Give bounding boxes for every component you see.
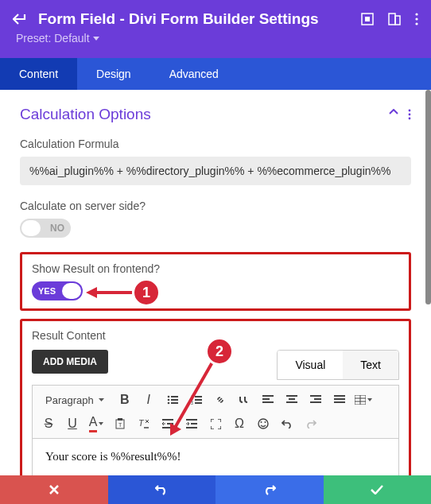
undo-footer-button[interactable] — [108, 475, 216, 504]
svg-point-6 — [415, 22, 417, 25]
callout-2: 2 — [205, 337, 234, 366]
svg-point-4 — [415, 13, 417, 15]
section-title[interactable]: Calculation Options — [20, 106, 151, 123]
settings-header: Form Field - Divi Form Builder Settings … — [0, 0, 431, 58]
preset-selector[interactable]: Preset: Default — [0, 32, 431, 51]
table-icon[interactable] — [352, 389, 375, 411]
svg-point-51 — [258, 419, 268, 428]
paste-text-icon[interactable]: T — [109, 413, 131, 435]
footer-actions — [0, 475, 431, 504]
svg-rect-25 — [286, 395, 297, 397]
svg-rect-30 — [310, 401, 321, 403]
redo-footer-button[interactable] — [216, 475, 324, 504]
blockquote-icon[interactable] — [233, 389, 255, 411]
formula-label: Calculation Formula — [20, 138, 411, 150]
section-more-icon[interactable] — [408, 109, 411, 120]
undo-icon[interactable] — [276, 413, 298, 435]
callout-1: 1 — [132, 278, 161, 307]
highlight-frontend: Show Result on frontend? YES — [20, 252, 411, 311]
add-media-button[interactable]: ADD MEDIA — [32, 350, 108, 374]
special-char-icon[interactable]: Ω — [228, 413, 250, 435]
more-menu-icon[interactable] — [415, 13, 418, 25]
svg-rect-24 — [262, 401, 274, 403]
format-dropdown[interactable]: Paragraph — [37, 389, 112, 411]
editor-visual-tab[interactable]: Visual — [278, 351, 343, 379]
frontend-toggle[interactable]: YES — [32, 281, 83, 300]
responsive-icon[interactable] — [388, 13, 401, 25]
svg-text:T: T — [138, 418, 145, 428]
svg-rect-31 — [334, 395, 345, 397]
column-hover-icon[interactable] — [361, 13, 374, 25]
tab-advanced[interactable]: Advanced — [150, 58, 238, 90]
main-tabs: Content Design Advanced — [0, 58, 431, 90]
scrollbar[interactable] — [425, 90, 431, 304]
svg-point-5 — [415, 17, 417, 20]
page-title: Form Field - Divi Form Builder Settings — [38, 10, 361, 28]
underline-icon[interactable]: U — [61, 413, 83, 435]
redo-icon[interactable] — [300, 413, 322, 435]
collapse-icon[interactable] — [389, 109, 398, 120]
svg-rect-33 — [334, 401, 345, 403]
arrow-1-icon — [86, 285, 132, 300]
italic-icon[interactable]: I — [138, 389, 160, 411]
strikethrough-icon[interactable]: S — [37, 413, 60, 435]
bold-icon[interactable]: B — [114, 389, 136, 411]
server-side-toggle[interactable]: NO — [20, 219, 71, 238]
svg-point-53 — [265, 421, 266, 423]
emoji-icon[interactable] — [252, 413, 274, 435]
align-right-icon[interactable] — [305, 389, 327, 411]
svg-point-9 — [409, 118, 411, 120]
cancel-button[interactable] — [0, 475, 108, 504]
tab-content[interactable]: Content — [0, 58, 77, 90]
svg-text:T: T — [118, 422, 122, 428]
formula-input[interactable] — [20, 157, 411, 185]
svg-point-52 — [261, 421, 262, 423]
svg-rect-32 — [334, 398, 345, 400]
arrow-2-icon — [167, 359, 216, 436]
editor-text-tab[interactable]: Text — [343, 351, 398, 379]
text-color-icon[interactable]: A — [85, 413, 107, 435]
svg-rect-2 — [389, 14, 395, 25]
svg-rect-28 — [310, 395, 321, 397]
align-left-icon[interactable] — [257, 389, 279, 411]
svg-point-8 — [409, 114, 411, 116]
back-arrow-icon[interactable] — [13, 13, 27, 25]
align-center-icon[interactable] — [281, 389, 303, 411]
settings-panel: Calculation Options Calculation Formula … — [0, 90, 431, 504]
svg-rect-39 — [118, 418, 122, 421]
server-side-label: Calculate on server side? — [20, 200, 411, 212]
svg-rect-27 — [286, 401, 297, 403]
save-button[interactable] — [324, 475, 432, 504]
svg-rect-1 — [365, 17, 370, 21]
svg-rect-26 — [289, 398, 295, 400]
svg-rect-23 — [262, 398, 270, 400]
tab-design[interactable]: Design — [77, 58, 150, 90]
svg-point-7 — [409, 110, 411, 112]
frontend-label: Show Result on frontend? — [32, 262, 399, 275]
clear-format-icon[interactable]: T — [133, 413, 155, 435]
align-justify-icon[interactable] — [328, 389, 351, 411]
svg-rect-29 — [314, 398, 321, 400]
svg-rect-22 — [262, 395, 274, 397]
svg-rect-3 — [395, 16, 400, 25]
